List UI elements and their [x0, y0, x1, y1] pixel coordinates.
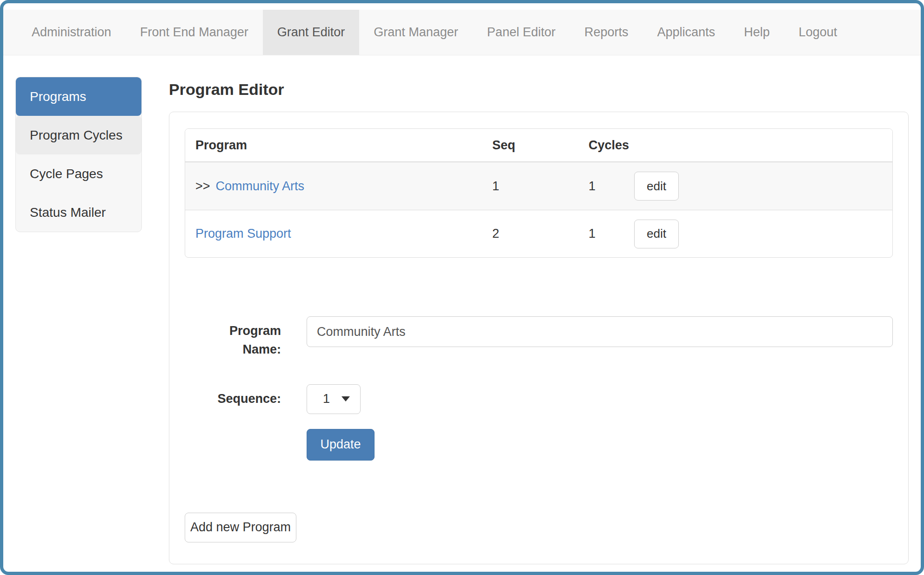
program-editor-panel: Program Seq Cycles >>Community Arts 1 1 …	[169, 112, 909, 564]
action-cell: edit	[634, 220, 892, 248]
sidebar: Programs Program Cycles Cycle Pages Stat…	[15, 77, 142, 232]
nav-item-front-end-manager[interactable]: Front End Manager	[126, 10, 263, 55]
page-title: Program Editor	[169, 80, 284, 99]
sidebar-item-programs[interactable]: Programs	[16, 77, 141, 116]
programs-table: Program Seq Cycles >>Community Arts 1 1 …	[185, 128, 893, 258]
top-navbar: Administration Front End Manager Grant E…	[3, 10, 921, 55]
column-header-cycles: Cycles	[589, 138, 634, 153]
edit-button-program-support[interactable]: edit	[634, 220, 679, 248]
program-link-community-arts[interactable]: Community Arts	[216, 179, 305, 193]
app-window: Administration Front End Manager Grant E…	[0, 0, 924, 575]
seq-cell: 1	[492, 179, 589, 194]
nav-item-grant-editor[interactable]: Grant Editor	[263, 10, 360, 55]
nav-item-logout[interactable]: Logout	[784, 10, 852, 55]
nav-item-applicants[interactable]: Applicants	[643, 10, 730, 55]
nav-item-reports[interactable]: Reports	[570, 10, 643, 55]
sidebar-item-program-cycles[interactable]: Program Cycles	[16, 116, 141, 154]
sidebar-item-cycle-pages[interactable]: Cycle Pages	[16, 154, 141, 193]
action-cell: edit	[634, 172, 892, 201]
program-edit-form: Program Name: Sequence: 1 Update	[185, 316, 893, 461]
nav-item-panel-editor[interactable]: Panel Editor	[473, 10, 570, 55]
column-header-seq: Seq	[492, 138, 589, 153]
sidebar-item-status-mailer[interactable]: Status Mailer	[16, 193, 141, 232]
table-row: >>Community Arts 1 1 edit	[185, 162, 892, 210]
nav-item-grant-manager[interactable]: Grant Manager	[359, 10, 473, 55]
program-cell: Program Support	[185, 227, 492, 241]
sequence-selected-value: 1	[323, 392, 330, 406]
program-name-label: Program Name:	[185, 322, 281, 359]
update-button[interactable]: Update	[307, 429, 375, 461]
nav-item-help[interactable]: Help	[730, 10, 784, 55]
sequence-label: Sequence:	[185, 390, 281, 408]
table-header-row: Program Seq Cycles	[185, 129, 892, 162]
program-cell: >>Community Arts	[185, 179, 492, 194]
edit-button-community-arts[interactable]: edit	[634, 172, 679, 201]
program-name-input[interactable]	[307, 316, 893, 347]
add-new-program-button[interactable]: Add new Program	[185, 513, 296, 542]
table-row: Program Support 2 1 edit	[185, 210, 892, 257]
sequence-select[interactable]: 1	[307, 384, 361, 414]
nav-item-administration[interactable]: Administration	[17, 10, 126, 55]
column-header-program: Program	[185, 138, 492, 153]
cycles-cell: 1	[589, 179, 634, 194]
caret-down-icon	[341, 396, 350, 401]
program-link-program-support[interactable]: Program Support	[195, 227, 291, 241]
seq-cell: 2	[492, 227, 589, 241]
cycles-cell: 1	[589, 227, 634, 241]
selected-row-marker: >>	[195, 179, 210, 193]
